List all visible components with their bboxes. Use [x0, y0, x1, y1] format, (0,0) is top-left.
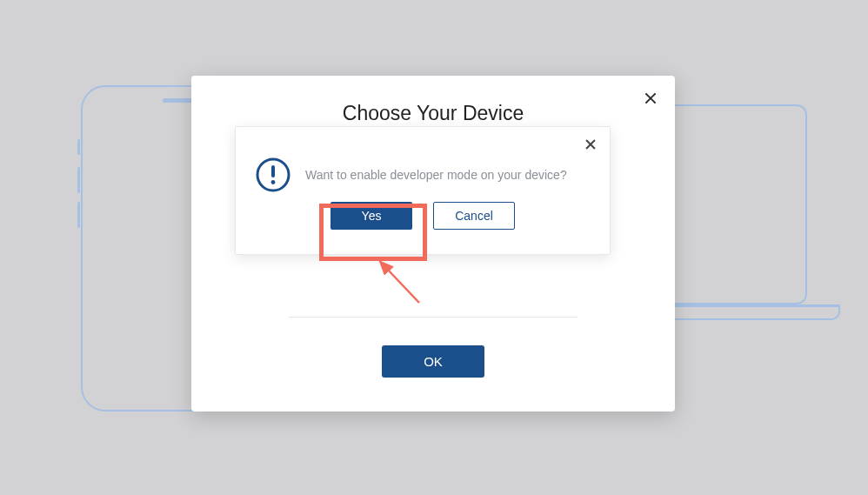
yes-button[interactable]: Yes	[331, 202, 412, 230]
close-icon	[585, 139, 596, 150]
divider	[289, 317, 578, 318]
modal-close-button[interactable]	[640, 88, 661, 109]
confirm-actions: Yes Cancel	[236, 202, 610, 244]
ok-button[interactable]: OK	[382, 345, 484, 378]
confirm-body: Want to enable developer mode on your de…	[236, 127, 610, 202]
svg-point-2	[271, 180, 276, 184]
close-icon	[644, 92, 657, 104]
confirm-close-button[interactable]	[582, 136, 599, 153]
svg-rect-1	[271, 165, 275, 177]
phone-side-button	[77, 167, 80, 193]
phone-side-button	[77, 139, 80, 155]
modal-title: Choose Your Device	[191, 76, 675, 125]
cancel-button[interactable]: Cancel	[433, 202, 515, 230]
confirm-message: Want to enable developer mode on your de…	[305, 168, 567, 182]
phone-side-button	[77, 202, 80, 228]
confirm-dialog: Want to enable developer mode on your de…	[235, 126, 611, 255]
choose-device-modal: Choose Your Device Want to enable develo…	[191, 76, 675, 411]
exclamation-circle-icon	[255, 157, 291, 193]
